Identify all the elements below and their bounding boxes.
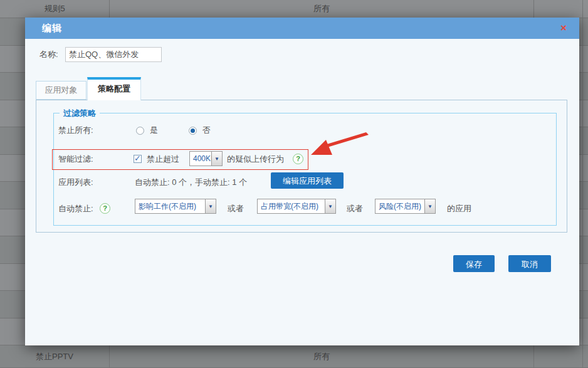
chevron-down-icon[interactable]: ▼ — [325, 199, 335, 213]
smart-filter-label: 智能过滤: — [58, 153, 93, 166]
size-select-value: 400KB — [190, 152, 211, 166]
impact-work-select[interactable]: 影响工作(不启用) ▼ — [135, 199, 216, 214]
name-label: 名称: — [39, 47, 58, 62]
radio-no-label[interactable]: 否 — [202, 124, 211, 137]
smart-filter-checkbox[interactable] — [134, 155, 142, 163]
smart-filter-suffix: 的疑似上传行为 — [227, 153, 284, 166]
impact-work-value: 影响工作(不启用) — [135, 199, 205, 213]
help-icon[interactable]: ? — [293, 154, 303, 164]
tab-label: 应用对象 — [45, 85, 78, 95]
chevron-down-icon[interactable]: ▼ — [211, 152, 222, 166]
app-list-label: 应用列表: — [58, 176, 93, 189]
edit-dialog: 编辑 × 名称: 应用对象 策略配置 过滤策略 禁止所有: 是 否 智能过滤: … — [25, 18, 579, 345]
app-list-summary: 自动禁止: 0 个，手动禁止: 1 个 — [135, 176, 247, 189]
risk-value: 风险(不启用) — [375, 199, 424, 213]
fieldset-legend: 过滤策略 — [60, 108, 100, 119]
auto-forbid-label: 自动禁止: — [58, 202, 93, 215]
or-text: 或者 — [347, 202, 363, 215]
chevron-down-icon[interactable]: ▼ — [205, 199, 216, 213]
bandwidth-value: 占用带宽(不启用) — [258, 199, 325, 213]
smart-filter-prefix: 禁止超过 — [147, 153, 179, 166]
save-button[interactable]: 保存 — [453, 255, 495, 272]
or-text: 或者 — [228, 202, 244, 215]
tab-label: 策略配置 — [98, 84, 130, 93]
bandwidth-select[interactable]: 占用带宽(不启用) ▼ — [257, 199, 336, 214]
radio-no[interactable] — [189, 127, 197, 135]
dialog-titlebar: 编辑 × — [25, 18, 579, 39]
help-icon[interactable]: ? — [100, 203, 110, 214]
close-icon[interactable]: × — [557, 21, 570, 35]
edit-app-list-button[interactable]: 编辑应用列表 — [271, 172, 344, 189]
cancel-button[interactable]: 取消 — [508, 255, 551, 272]
auto-forbid-suffix: 的应用 — [447, 202, 471, 215]
tab-policy-config[interactable]: 策略配置 — [87, 77, 141, 100]
radio-yes[interactable] — [136, 127, 144, 135]
chevron-down-icon[interactable]: ▼ — [424, 199, 435, 213]
tab-application-objects[interactable]: 应用对象 — [36, 81, 87, 100]
forbid-all-label: 禁止所有: — [58, 124, 93, 137]
name-input[interactable] — [65, 47, 162, 62]
size-select[interactable]: 400KB ▼ — [189, 151, 223, 166]
radio-yes-label[interactable]: 是 — [150, 124, 158, 137]
dialog-title: 编辑 — [42, 18, 62, 39]
risk-select[interactable]: 风险(不启用) ▼ — [375, 199, 436, 214]
